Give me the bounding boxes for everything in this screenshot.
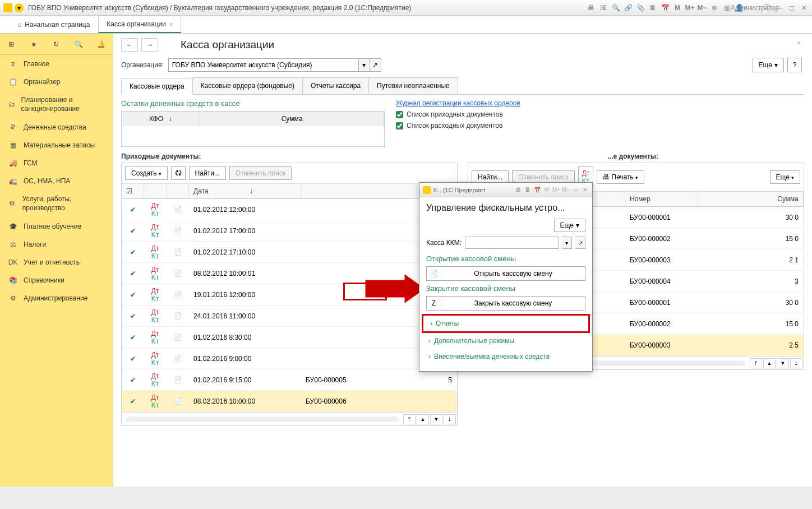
incoming-row[interactable]: ✔ДтKт📄19.01.2016 12:00:00 — [122, 284, 457, 306]
subtab-3[interactable]: Путевки неоплаченные — [368, 77, 458, 94]
tb-icon-calc[interactable]: 🖩 — [648, 3, 657, 12]
incoming-nav-down[interactable]: ▼ — [430, 414, 442, 424]
sidebar-item-6[interactable]: 🚛ОС, НМА, НПА — [0, 172, 113, 190]
sidebar-apps-icon[interactable]: ⊞ — [6, 39, 17, 50]
modal-minimize[interactable]: ▭ — [571, 187, 579, 193]
incoming-hscroll[interactable] — [126, 417, 399, 422]
reports-expand[interactable]: › Отчеты — [422, 314, 590, 333]
sidebar-item-3[interactable]: ₽Денежные средства — [0, 118, 113, 136]
outgoing-nav-down[interactable]: ▼ — [777, 358, 789, 368]
incoming-row[interactable]: ✔ДтKт📄01.02.2016 8:30:00 — [122, 327, 457, 348]
modal-tb-print[interactable]: 🖶 — [514, 187, 522, 193]
page-more-button[interactable]: Еще▾ — [753, 58, 784, 72]
outgoing-hdr-sum[interactable]: Сумма — [698, 192, 804, 206]
sidebar-item-12[interactable]: ⚙Администрирование — [0, 289, 113, 307]
page-help-button[interactable]: ? — [787, 58, 802, 72]
incoming-hdr-date[interactable]: Дата ↓ — [189, 184, 301, 198]
close-shift-button[interactable]: Z Закрыть кассовую смену — [426, 296, 585, 311]
subtab-1[interactable]: Кассовые ордера (фондовые) — [192, 77, 303, 94]
org-input[interactable] — [168, 58, 359, 72]
sidebar-star-icon[interactable]: ★ — [28, 39, 39, 50]
incoming-row[interactable]: ✔ДтKт📄01.02.2012 17:00:00 — [122, 220, 457, 242]
incoming-row[interactable]: ✔ДтKт📄24.01.2016 11:00:00 — [122, 306, 457, 327]
tb-icon-clip[interactable]: 📎 — [636, 3, 645, 12]
nav-back-button[interactable]: ← — [121, 38, 138, 52]
incoming-row[interactable]: ✔ДтKт📄08.02.2012 10:00:01 — [122, 263, 457, 284]
outgoing-more-button[interactable]: Еще▾ — [770, 170, 800, 184]
sidebar-item-7[interactable]: ⚙Услуги, работы, производство — [0, 190, 113, 218]
open-shift-button[interactable]: 📄 Открыть кассовую смену — [426, 266, 585, 281]
tb-m-btn[interactable]: M — [673, 3, 682, 12]
extra-expand[interactable]: › Дополнительные режимы — [426, 333, 585, 349]
nav-forward-button[interactable]: → — [141, 38, 158, 52]
outgoing-nav-up[interactable]: ▲ — [763, 358, 776, 368]
tab-home[interactable]: ⌂ Начальная страница — [9, 16, 98, 33]
tb-icon-calendar[interactable]: 📅 — [661, 3, 670, 12]
balances-col-sum[interactable]: Сумма — [200, 112, 384, 126]
kkm-input[interactable] — [465, 237, 559, 249]
subtab-0[interactable]: Кассовые ордера — [121, 78, 193, 95]
tb-zoom-btn[interactable]: ⊕ — [710, 3, 719, 12]
modal-more-button[interactable]: Еще▾ — [554, 219, 585, 232]
incoming-create-button[interactable]: Создать▾ — [125, 166, 168, 180]
close-page-icon[interactable]: × — [797, 39, 801, 47]
sidebar-bell-icon[interactable]: 🔔 — [96, 39, 107, 50]
tab-close-icon[interactable]: × — [169, 21, 173, 27]
sidebar-history-icon[interactable]: ↻ — [50, 39, 62, 50]
modal-close[interactable]: ✕ — [581, 187, 589, 193]
window-minimize[interactable]: — — [775, 3, 784, 12]
app-menu-dropdown[interactable]: ▾ — [15, 3, 24, 12]
incoming-nav-top sbutton[interactable]: ⤒ — [403, 414, 416, 424]
incoming-nav-up[interactable]: ▲ — [417, 414, 429, 424]
tb-info-icon[interactable]: ⓘ — [763, 3, 772, 12]
sidebar-search-icon[interactable]: 🔍 — [73, 39, 85, 50]
incoming-row[interactable]: ✔ДтKт📄01.02.2012 12:00:00 — [122, 199, 457, 220]
tb-icon-search[interactable]: 🔍 — [611, 3, 620, 12]
tb-mplus-btn[interactable]: M+ — [685, 3, 694, 12]
kkm-open-button[interactable]: ↗ — [575, 237, 585, 249]
tb-icon-link[interactable]: 🔗 — [624, 3, 633, 12]
tb-layout-btn[interactable]: ▥ — [722, 3, 731, 12]
modal-tb-calc[interactable]: 🖩 — [524, 187, 532, 193]
sidebar-item-0[interactable]: ≡Главное — [0, 55, 113, 73]
modal-tb-cal[interactable]: 📅 — [533, 187, 541, 193]
sidebar-item-4[interactable]: ▦Материальные запасы — [0, 136, 113, 154]
chk-incoming[interactable] — [396, 111, 403, 118]
modal-tb-mm[interactable]: M− — [562, 187, 570, 193]
sidebar-item-9[interactable]: ⚖Налоги — [0, 235, 113, 253]
modal-tb-m[interactable]: M — [543, 187, 551, 193]
sidebar-item-8[interactable]: 🎓Платное обучение — [0, 218, 113, 235]
chk-outgoing[interactable] — [396, 122, 403, 129]
incoming-hdr-check[interactable]: ☑ — [122, 184, 144, 198]
outgoing-nav-bottom[interactable]: ⤓ — [790, 358, 802, 368]
journal-link[interactable]: Журнал регистрации кассовых ордеров — [396, 99, 520, 107]
tb-user-name[interactable]: Администратор — [750, 3, 759, 12]
subtab-2[interactable]: Отчеты кассира — [302, 77, 369, 94]
tab-cash[interactable]: Касса организации × — [98, 16, 181, 33]
incoming-row[interactable]: ✔ДтKт📄01.02.2012 17:10:00 — [122, 242, 457, 263]
kkm-dropdown-button[interactable]: ▾ — [562, 237, 572, 249]
sidebar-item-1[interactable]: 📋Органайзер — [0, 73, 113, 91]
sidebar-item-11[interactable]: 📚Справочники — [0, 271, 113, 289]
incoming-find-button[interactable]: Найти... — [189, 166, 226, 180]
tb-icon-save[interactable]: 🖫 — [599, 3, 608, 12]
incoming-refresh-button[interactable]: 🗘 — [171, 166, 186, 180]
tb-mminus-btn[interactable]: M− — [698, 3, 707, 12]
sidebar-item-5[interactable]: 🚚ГСМ — [0, 154, 113, 172]
outgoing-hdr-num[interactable]: Номер — [625, 192, 698, 206]
org-dropdown-button[interactable]: ▾ — [359, 58, 370, 72]
incoming-row[interactable]: ✔ДтKт📄08.02.2016 10:00:00БУ00-000006 — [122, 391, 457, 412]
tb-icon-print[interactable]: 🖶 — [587, 3, 596, 12]
org-open-button[interactable]: ↗ — [370, 58, 381, 72]
sidebar-item-2[interactable]: 🗂Планирование и санкционирование — [0, 91, 113, 118]
incoming-nav-bottom[interactable]: ⤓ — [444, 414, 456, 424]
window-close[interactable]: ✕ — [800, 3, 809, 12]
cash-expand[interactable]: › Внесение/выемка денежных средств — [426, 349, 585, 364]
incoming-row[interactable]: ✔ДтKт📄01.02.2016 9:00:00 — [122, 348, 457, 369]
window-maximize[interactable]: ◻ — [787, 3, 796, 12]
incoming-row[interactable]: ✔ДтKт📄01.02.2016 9:15:00БУ00-0000055 — [122, 369, 457, 391]
outgoing-nav-top[interactable]: ⤒ — [750, 358, 762, 368]
outgoing-print-button[interactable]: 🖶 Печать▾ — [597, 170, 644, 184]
balances-col-kfo[interactable]: КФО ↓ — [122, 112, 200, 126]
sidebar-item-10[interactable]: DKУчет и отчетность — [0, 253, 113, 271]
